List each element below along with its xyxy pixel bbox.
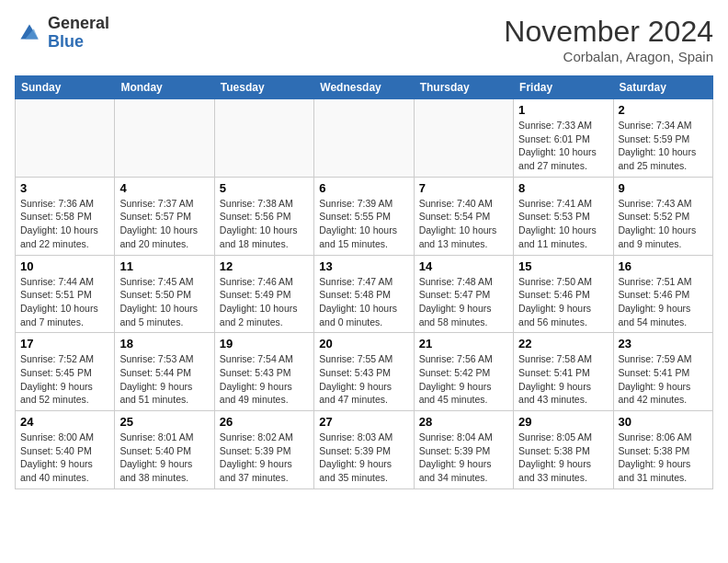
calendar-cell: 15Sunrise: 7:50 AM Sunset: 5:46 PM Dayli… xyxy=(514,255,613,333)
calendar-cell: 9Sunrise: 7:43 AM Sunset: 5:52 PM Daylig… xyxy=(613,177,712,255)
day-info: Sunrise: 7:39 AM Sunset: 5:55 PM Dayligh… xyxy=(319,197,408,251)
day-number: 11 xyxy=(119,259,209,273)
day-info: Sunrise: 7:53 AM Sunset: 5:44 PM Dayligh… xyxy=(119,352,209,407)
calendar-cell: 24Sunrise: 8:00 AM Sunset: 5:40 PM Dayli… xyxy=(16,411,115,489)
day-info: Sunrise: 7:48 AM Sunset: 5:47 PM Dayligh… xyxy=(419,275,508,329)
day-number: 8 xyxy=(518,181,608,195)
day-number: 2 xyxy=(619,103,708,117)
day-info: Sunrise: 7:44 AM Sunset: 5:51 PM Dayligh… xyxy=(20,275,109,329)
day-info: Sunrise: 8:01 AM Sunset: 5:40 PM Dayligh… xyxy=(119,431,209,485)
day-number: 10 xyxy=(20,259,109,273)
calendar-cell xyxy=(214,99,313,178)
day-info: Sunrise: 7:52 AM Sunset: 5:45 PM Dayligh… xyxy=(20,352,109,407)
calendar-cell xyxy=(314,99,414,178)
calendar-cell: 7Sunrise: 7:40 AM Sunset: 5:54 PM Daylig… xyxy=(414,177,513,255)
day-number: 25 xyxy=(119,415,209,429)
calendar-cell: 17Sunrise: 7:52 AM Sunset: 5:45 PM Dayli… xyxy=(16,333,115,411)
week-row-3: 10Sunrise: 7:44 AM Sunset: 5:51 PM Dayli… xyxy=(16,255,713,333)
day-info: Sunrise: 7:50 AM Sunset: 5:46 PM Dayligh… xyxy=(518,275,608,329)
day-number: 21 xyxy=(419,337,508,350)
day-info: Sunrise: 7:45 AM Sunset: 5:50 PM Dayligh… xyxy=(119,275,209,329)
week-row-5: 24Sunrise: 8:00 AM Sunset: 5:40 PM Dayli… xyxy=(16,411,713,489)
day-info: Sunrise: 7:47 AM Sunset: 5:48 PM Dayligh… xyxy=(319,275,408,329)
day-number: 30 xyxy=(619,415,708,429)
calendar-cell: 12Sunrise: 7:46 AM Sunset: 5:49 PM Dayli… xyxy=(214,255,313,333)
day-number: 26 xyxy=(220,415,309,429)
weekday-header-monday: Monday xyxy=(115,76,214,99)
weekday-header-saturday: Saturday xyxy=(613,76,712,99)
weekday-header-row: SundayMondayTuesdayWednesdayThursdayFrid… xyxy=(16,76,713,99)
day-number: 14 xyxy=(419,259,508,273)
day-number: 3 xyxy=(20,181,109,195)
day-number: 9 xyxy=(619,181,708,195)
calendar-cell: 30Sunrise: 8:06 AM Sunset: 5:38 PM Dayli… xyxy=(613,411,712,489)
calendar-cell: 3Sunrise: 7:36 AM Sunset: 5:58 PM Daylig… xyxy=(16,177,115,255)
day-number: 27 xyxy=(319,415,408,429)
day-info: Sunrise: 7:33 AM Sunset: 6:01 PM Dayligh… xyxy=(518,119,608,173)
weekday-header-sunday: Sunday xyxy=(16,76,115,99)
calendar-cell: 1Sunrise: 7:33 AM Sunset: 6:01 PM Daylig… xyxy=(514,99,613,178)
calendar-cell: 21Sunrise: 7:56 AM Sunset: 5:42 PM Dayli… xyxy=(414,333,513,411)
day-number: 4 xyxy=(119,181,209,195)
calendar-cell: 16Sunrise: 7:51 AM Sunset: 5:46 PM Dayli… xyxy=(613,255,712,333)
day-number: 16 xyxy=(619,259,708,273)
calendar-cell: 22Sunrise: 7:58 AM Sunset: 5:41 PM Dayli… xyxy=(514,333,613,411)
day-number: 18 xyxy=(119,337,209,350)
day-info: Sunrise: 7:43 AM Sunset: 5:52 PM Dayligh… xyxy=(619,197,708,251)
weekday-header-thursday: Thursday xyxy=(414,76,513,99)
logo: General Blue xyxy=(15,15,109,52)
day-info: Sunrise: 7:46 AM Sunset: 5:49 PM Dayligh… xyxy=(220,275,309,329)
day-number: 1 xyxy=(518,103,608,117)
weekday-header-tuesday: Tuesday xyxy=(214,76,313,99)
calendar-cell xyxy=(16,99,115,178)
day-info: Sunrise: 7:56 AM Sunset: 5:42 PM Dayligh… xyxy=(419,352,508,407)
day-info: Sunrise: 7:54 AM Sunset: 5:43 PM Dayligh… xyxy=(220,352,309,407)
location: Corbalan, Aragon, Spain xyxy=(504,49,713,64)
day-info: Sunrise: 7:38 AM Sunset: 5:56 PM Dayligh… xyxy=(220,197,309,251)
week-row-4: 17Sunrise: 7:52 AM Sunset: 5:45 PM Dayli… xyxy=(16,333,713,411)
day-number: 15 xyxy=(518,259,608,273)
day-info: Sunrise: 8:04 AM Sunset: 5:39 PM Dayligh… xyxy=(419,431,508,485)
day-number: 17 xyxy=(20,337,109,350)
day-number: 19 xyxy=(220,337,309,350)
week-row-1: 1Sunrise: 7:33 AM Sunset: 6:01 PM Daylig… xyxy=(16,99,713,178)
day-info: Sunrise: 7:55 AM Sunset: 5:43 PM Dayligh… xyxy=(319,352,408,407)
day-info: Sunrise: 8:06 AM Sunset: 5:38 PM Dayligh… xyxy=(619,431,708,485)
day-info: Sunrise: 7:51 AM Sunset: 5:46 PM Dayligh… xyxy=(619,275,708,329)
logo-icon xyxy=(15,18,44,48)
day-info: Sunrise: 7:40 AM Sunset: 5:54 PM Dayligh… xyxy=(419,197,508,251)
calendar-cell xyxy=(115,99,214,178)
day-number: 24 xyxy=(20,415,109,429)
calendar-cell: 26Sunrise: 8:02 AM Sunset: 5:39 PM Dayli… xyxy=(214,411,313,489)
day-info: Sunrise: 7:36 AM Sunset: 5:58 PM Dayligh… xyxy=(20,197,109,251)
calendar-cell: 13Sunrise: 7:47 AM Sunset: 5:48 PM Dayli… xyxy=(314,255,414,333)
weekday-header-friday: Friday xyxy=(514,76,613,99)
weekday-header-wednesday: Wednesday xyxy=(314,76,414,99)
calendar-cell: 25Sunrise: 8:01 AM Sunset: 5:40 PM Dayli… xyxy=(115,411,214,489)
calendar-cell: 4Sunrise: 7:37 AM Sunset: 5:57 PM Daylig… xyxy=(115,177,214,255)
day-info: Sunrise: 8:02 AM Sunset: 5:39 PM Dayligh… xyxy=(220,431,309,485)
week-row-2: 3Sunrise: 7:36 AM Sunset: 5:58 PM Daylig… xyxy=(16,177,713,255)
calendar-cell xyxy=(414,99,513,178)
calendar-cell: 28Sunrise: 8:04 AM Sunset: 5:39 PM Dayli… xyxy=(414,411,513,489)
day-info: Sunrise: 7:37 AM Sunset: 5:57 PM Dayligh… xyxy=(119,197,209,251)
calendar-cell: 14Sunrise: 7:48 AM Sunset: 5:47 PM Dayli… xyxy=(414,255,513,333)
day-number: 5 xyxy=(220,181,309,195)
day-number: 22 xyxy=(518,337,608,350)
calendar-cell: 18Sunrise: 7:53 AM Sunset: 5:44 PM Dayli… xyxy=(115,333,214,411)
day-number: 29 xyxy=(518,415,608,429)
day-info: Sunrise: 7:59 AM Sunset: 5:41 PM Dayligh… xyxy=(619,352,708,407)
day-info: Sunrise: 7:41 AM Sunset: 5:53 PM Dayligh… xyxy=(518,197,608,251)
calendar-cell: 19Sunrise: 7:54 AM Sunset: 5:43 PM Dayli… xyxy=(214,333,313,411)
day-info: Sunrise: 8:00 AM Sunset: 5:40 PM Dayligh… xyxy=(20,431,109,485)
day-info: Sunrise: 7:58 AM Sunset: 5:41 PM Dayligh… xyxy=(518,352,608,407)
calendar-cell: 2Sunrise: 7:34 AM Sunset: 5:59 PM Daylig… xyxy=(613,99,712,178)
calendar-cell: 27Sunrise: 8:03 AM Sunset: 5:39 PM Dayli… xyxy=(314,411,414,489)
day-number: 13 xyxy=(319,259,408,273)
calendar-cell: 20Sunrise: 7:55 AM Sunset: 5:43 PM Dayli… xyxy=(314,333,414,411)
day-number: 28 xyxy=(419,415,508,429)
calendar-table: SundayMondayTuesdayWednesdayThursdayFrid… xyxy=(15,75,713,489)
logo-line2: Blue xyxy=(48,33,109,52)
calendar-cell: 29Sunrise: 8:05 AM Sunset: 5:38 PM Dayli… xyxy=(514,411,613,489)
day-info: Sunrise: 8:03 AM Sunset: 5:39 PM Dayligh… xyxy=(319,431,408,485)
